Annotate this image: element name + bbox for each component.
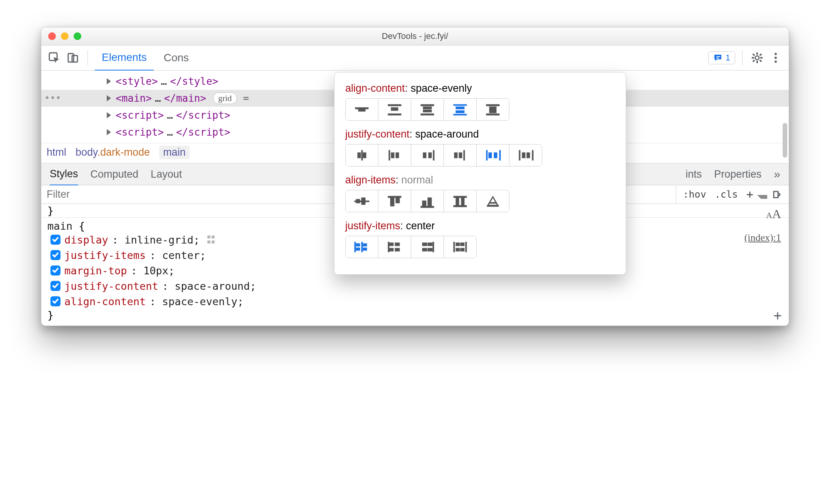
svg-rect-67 xyxy=(487,205,499,207)
popover-option-button[interactable] xyxy=(477,144,509,166)
svg-point-5 xyxy=(755,56,759,60)
popover-option-button[interactable] xyxy=(346,99,378,120)
subtab-layout[interactable]: Layout xyxy=(151,168,182,180)
popover-option-button[interactable] xyxy=(346,236,378,258)
svg-rect-61 xyxy=(421,206,434,208)
popover-option-button[interactable] xyxy=(444,99,477,120)
popover-option-button[interactable] xyxy=(509,144,542,166)
window-zoom-button[interactable] xyxy=(74,32,81,40)
flexbox-editor-icon[interactable] xyxy=(207,235,216,244)
popover-option-group xyxy=(345,144,542,166)
issues-chip[interactable]: 1 xyxy=(708,51,735,64)
svg-rect-78 xyxy=(395,248,400,251)
css-declaration[interactable]: justify-content: space-around; xyxy=(47,278,783,294)
css-declaration[interactable]: align-content: space-evenly; xyxy=(47,294,783,309)
declaration-checkbox[interactable] xyxy=(50,265,60,276)
tab-console-truncated[interactable]: Cons xyxy=(157,45,196,70)
svg-rect-79 xyxy=(433,242,434,252)
svg-rect-38 xyxy=(396,153,399,158)
expand-triangle-icon[interactable] xyxy=(107,129,111,135)
window-close-button[interactable] xyxy=(48,32,56,40)
settings-icon[interactable] xyxy=(749,50,765,66)
popover-option-group xyxy=(345,236,477,258)
popover-option-button[interactable] xyxy=(378,236,411,258)
subtab-truncated[interactable]: ints xyxy=(686,168,702,180)
grid-badge[interactable]: grid xyxy=(213,92,237,104)
window-title: DevTools - jec.fyi/ xyxy=(41,31,789,41)
popover-option-button[interactable] xyxy=(444,236,476,258)
window-minimize-button[interactable] xyxy=(61,32,69,40)
breadcrumb-item[interactable]: html xyxy=(47,146,66,158)
svg-rect-60 xyxy=(428,198,432,206)
popover-option-button[interactable] xyxy=(346,190,378,212)
source-link[interactable]: (index):1 xyxy=(744,232,781,244)
add-declaration-button[interactable]: + xyxy=(773,307,782,323)
hov-toggle[interactable]: :hov xyxy=(680,187,709,202)
scrollbar[interactable] xyxy=(783,123,787,158)
popover-property-label: justify-items: center xyxy=(345,220,615,232)
declaration-checkbox[interactable] xyxy=(50,296,60,306)
popover-option-button[interactable] xyxy=(346,144,378,166)
popover-option-button[interactable] xyxy=(378,99,411,120)
popover-property-label: align-items: normal xyxy=(345,174,615,186)
device-toolbar-icon[interactable] xyxy=(65,50,81,66)
svg-rect-11 xyxy=(759,53,762,56)
overflow-menu-icon[interactable]: ••• xyxy=(44,93,61,104)
svg-rect-89 xyxy=(460,248,464,251)
popover-option-button[interactable] xyxy=(411,144,444,166)
svg-rect-25 xyxy=(421,114,434,115)
popover-option-button[interactable] xyxy=(444,190,477,212)
declaration-checkbox[interactable] xyxy=(50,281,60,291)
popover-option-button[interactable] xyxy=(477,99,509,120)
subtab-styles[interactable]: Styles xyxy=(50,163,78,186)
popover-option-button[interactable] xyxy=(477,190,509,212)
popover-option-button[interactable] xyxy=(411,236,444,258)
more-tabs-icon[interactable]: » xyxy=(774,168,780,181)
svg-rect-2 xyxy=(72,55,77,62)
svg-point-16 xyxy=(775,60,777,63)
svg-rect-52 xyxy=(532,150,533,160)
inspect-element-icon[interactable] xyxy=(47,50,62,66)
rule-selector[interactable]: main xyxy=(47,220,72,232)
svg-rect-31 xyxy=(489,107,496,113)
svg-rect-51 xyxy=(527,153,530,158)
cls-toggle[interactable]: .cls xyxy=(712,187,741,202)
expand-triangle-icon[interactable] xyxy=(107,112,111,118)
svg-rect-73 xyxy=(363,248,367,250)
svg-rect-21 xyxy=(388,114,401,115)
svg-rect-35 xyxy=(363,153,366,158)
new-style-rule-button[interactable]: + xyxy=(743,186,756,203)
popover-option-button[interactable] xyxy=(378,144,411,166)
subtab-computed[interactable]: Computed xyxy=(91,168,139,180)
expand-triangle-icon[interactable] xyxy=(107,95,111,101)
svg-rect-3 xyxy=(716,56,720,57)
breadcrumb-item[interactable]: main xyxy=(159,146,190,159)
tab-elements[interactable]: Elements xyxy=(95,45,154,71)
svg-rect-59 xyxy=(422,201,426,206)
subtab-properties[interactable]: Properties xyxy=(714,168,761,180)
popover-option-button[interactable] xyxy=(378,190,411,212)
svg-rect-76 xyxy=(389,248,393,251)
flexbox-editor-popover: align-content: space-evenlyjustify-conte… xyxy=(334,72,626,275)
declaration-checkbox[interactable] xyxy=(50,235,60,245)
svg-rect-8 xyxy=(752,57,754,59)
svg-rect-63 xyxy=(456,198,459,205)
popover-option-button[interactable] xyxy=(444,144,477,166)
breadcrumb-item[interactable]: body.dark-mode xyxy=(76,146,150,158)
svg-rect-39 xyxy=(423,153,426,158)
svg-rect-85 xyxy=(465,242,467,252)
toggle-rendering-icon[interactable] xyxy=(770,188,785,201)
popover-option-button[interactable] xyxy=(411,190,444,212)
svg-rect-33 xyxy=(361,150,363,160)
svg-rect-83 xyxy=(428,248,432,251)
popover-option-button[interactable] xyxy=(411,99,444,120)
declaration-checkbox[interactable] xyxy=(50,250,60,260)
new-rule-menu-icon[interactable] xyxy=(757,195,767,202)
font-editor-icon[interactable]: AA xyxy=(766,207,781,221)
popover-option-group xyxy=(345,98,509,121)
svg-rect-27 xyxy=(456,107,464,109)
svg-rect-45 xyxy=(486,150,487,160)
expand-triangle-icon[interactable] xyxy=(107,78,111,84)
svg-rect-10 xyxy=(752,53,755,56)
more-icon[interactable] xyxy=(768,50,783,66)
